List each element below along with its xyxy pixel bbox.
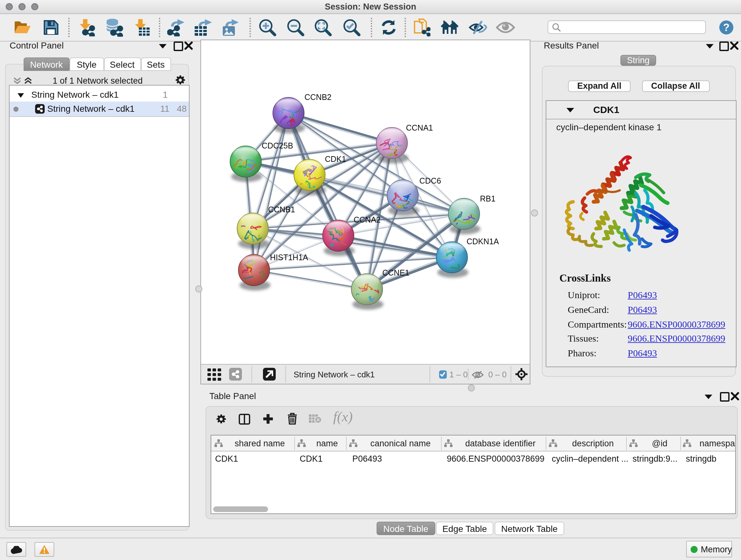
svg-text:CDC6: CDC6 [419,176,441,185]
svg-text:RB1: RB1 [480,194,495,203]
svg-text:CDKN1A: CDKN1A [467,237,499,246]
svg-text:HIST1H1A: HIST1H1A [270,253,308,262]
svg-text:CCNA2: CCNA2 [354,215,381,224]
svg-text:CCNE1: CCNE1 [382,268,409,277]
svg-text:?: ? [723,21,730,33]
svg-text:CDC25B: CDC25B [262,141,293,150]
svg-text:CDK1: CDK1 [325,154,346,164]
svg-text:CCNA1: CCNA1 [406,123,433,132]
svg-text:CCNB2: CCNB2 [305,92,332,102]
svg-text:CCNB1: CCNB1 [268,205,295,214]
